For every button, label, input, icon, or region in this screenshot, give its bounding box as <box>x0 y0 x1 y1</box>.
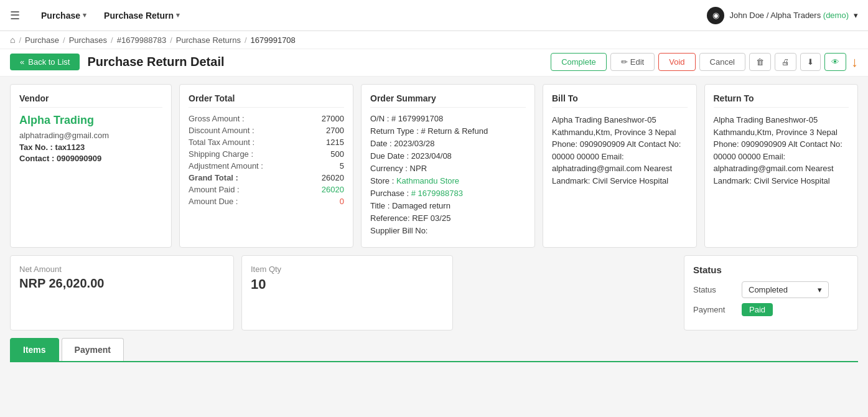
discount-row: Discount Amount : 2700 <box>189 126 344 135</box>
tabs-row: Items Payment <box>10 338 858 362</box>
vendor-contact: Contact : 0909090909 <box>19 154 162 163</box>
nav-purchase-label: Purchase <box>41 11 80 21</box>
payment-badge: Paid <box>742 303 773 316</box>
breadcrumb-purchase[interactable]: Purchase <box>25 35 59 45</box>
order-summary-card: Order Summary O/N : # 1679991708 Return … <box>361 84 535 248</box>
store-row: Store : Kathmandu Store <box>370 176 526 185</box>
bill-to-address: Alpha Trading Baneshwor-05 Kathmandu,Ktm… <box>552 114 688 187</box>
breadcrumb-purchase-returns[interactable]: Purchase Returns <box>176 35 241 45</box>
vendor-name: Alpha Trading <box>19 114 162 127</box>
purchase-value: # 1679988783 <box>411 189 463 198</box>
breadcrumb-return-id: 1679991708 <box>251 35 296 45</box>
tax-value: 1215 <box>326 138 344 147</box>
title-row: Title : Damaged return <box>370 201 526 210</box>
return-to-address: Alpha Trading Baneshwor-05 Kathmandu,Ktm… <box>714 114 849 187</box>
tax-row: Total Tax Amount : 1215 <box>189 138 344 147</box>
tab-items[interactable]: Items <box>10 338 59 361</box>
purchase-row: Purchase : # 1679988783 <box>370 189 526 198</box>
reference-value: REF 03/25 <box>412 213 450 223</box>
grand-total-label: Grand Total : <box>189 173 238 182</box>
nav-purchase-chevron: ▾ <box>83 11 86 19</box>
date-row: Date : 2023/03/28 <box>370 139 526 148</box>
store-label: Store : <box>370 176 394 185</box>
edit-button[interactable]: ✏ Edit <box>610 53 655 71</box>
void-button[interactable]: Void <box>658 53 695 71</box>
payment-field-label: Payment <box>693 305 737 314</box>
hamburger-icon[interactable]: ☰ <box>10 9 20 22</box>
return-to-card: Return To Alpha Trading Baneshwor-05 Kat… <box>704 84 859 248</box>
amount-due-row: Amount Due : 0 <box>189 197 344 206</box>
user-chevron: ▾ <box>854 11 858 20</box>
return-type-value: # Return & Refund <box>421 126 488 136</box>
reference-label: Reference: <box>370 213 410 223</box>
main-content: Vendor Alpha Trading alphatrading@gmail.… <box>0 77 868 370</box>
on-label: O/N : <box>370 114 389 123</box>
amount-paid-value: 26020 <box>322 185 344 194</box>
adjustment-row: Adjustment Amount : 5 <box>189 161 344 171</box>
user-text: John Doe / Alpha Traders (demo) <box>729 11 849 20</box>
currency-value: NPR <box>410 164 427 173</box>
status-card: Status Status Completed ▾ Payment Paid <box>684 255 858 330</box>
status-dropdown-value: Completed <box>749 285 788 294</box>
discount-label: Discount Amount : <box>189 126 254 135</box>
breadcrumb-order-id[interactable]: #1679988783 <box>117 35 167 45</box>
status-dropdown-chevron: ▾ <box>818 285 822 294</box>
nav-purchase[interactable]: Purchase ▾ <box>32 0 95 31</box>
vendor-contact-value: 0909090909 <box>57 154 101 163</box>
payment-field: Payment Paid <box>693 303 849 316</box>
title-label: Title : <box>370 201 390 210</box>
page-header: « Back to List Purchase Return Detail Co… <box>0 49 868 77</box>
tab-payment[interactable]: Payment <box>62 338 124 361</box>
status-title: Status <box>693 265 849 275</box>
shipping-value: 500 <box>330 149 344 159</box>
top-nav: ☰ Purchase ▾ Purchase Return ▾ ◉ John Do… <box>0 0 868 31</box>
vendor-card-header: Vendor <box>19 93 162 108</box>
order-summary-header: Order Summary <box>370 93 526 108</box>
gross-amount-row: Gross Amount : 27000 <box>189 114 344 123</box>
shipping-label: Shipping Charge : <box>189 149 253 159</box>
complete-button[interactable]: Complete <box>551 53 607 71</box>
status-field: Status Completed ▾ <box>693 281 849 298</box>
user-name: John Doe <box>729 11 764 20</box>
adjustment-value: 5 <box>340 161 344 171</box>
on-row: O/N : # 1679991708 <box>370 114 526 123</box>
due-date-row: Due Date : 2023/04/08 <box>370 151 526 161</box>
net-amount-label: Net Amount <box>19 265 225 274</box>
eye-button[interactable]: 👁 <box>824 53 846 71</box>
item-qty-value: 10 <box>251 276 444 293</box>
status-dropdown[interactable]: Completed ▾ <box>742 281 829 298</box>
order-total-header: Order Total <box>189 93 344 108</box>
bottom-row: Net Amount NRP 26,020.00 Item Qty 10 Sta… <box>10 255 858 330</box>
cancel-button[interactable]: Cancel <box>699 53 745 71</box>
user-menu[interactable]: ◉ John Doe / Alpha Traders (demo) ▾ <box>707 7 858 24</box>
title-value: Damaged return <box>392 201 450 210</box>
back-to-list-button[interactable]: « Back to List <box>10 54 80 70</box>
back-arrow-icon: « <box>20 57 24 67</box>
amount-paid-label: Amount Paid : <box>189 185 240 194</box>
adjustment-label: Adjustment Amount : <box>189 161 263 171</box>
vendor-contact-label: Contact : <box>19 154 54 163</box>
breadcrumb: ⌂ / Purchase / Purchases / #1679988783 /… <box>0 31 868 49</box>
net-amount-value: NRP 26,020.00 <box>19 276 225 291</box>
breadcrumb-purchases[interactable]: Purchases <box>69 35 107 45</box>
item-qty-card: Item Qty 10 <box>241 255 453 330</box>
shipping-row: Shipping Charge : 500 <box>189 149 344 159</box>
bottom-spacer <box>460 255 676 330</box>
delete-button[interactable]: 🗑 <box>749 53 771 71</box>
user-avatar: ◉ <box>707 7 724 24</box>
status-field-label: Status <box>693 285 737 294</box>
print-button[interactable]: 🖨 <box>775 53 796 71</box>
supplier-bill-label: Supplier Bill No: <box>370 226 428 235</box>
user-company: Alpha Traders <box>770 11 821 20</box>
return-to-header: Return To <box>714 93 849 108</box>
download-button[interactable]: ⬇ <box>800 53 821 71</box>
bill-to-card: Bill To Alpha Trading Baneshwor-05 Kathm… <box>543 84 697 248</box>
arrow-indicator: ↓ <box>851 54 858 70</box>
gross-amount-label: Gross Amount : <box>189 114 245 123</box>
purchase-label: Purchase : <box>370 189 409 198</box>
order-total-card: Order Total Gross Amount : 27000 Discoun… <box>179 84 353 248</box>
home-icon[interactable]: ⌂ <box>10 35 15 45</box>
nav-purchase-return-chevron: ▾ <box>176 11 180 19</box>
nav-purchase-return[interactable]: Purchase Return ▾ <box>95 0 189 31</box>
item-qty-label: Item Qty <box>251 265 444 274</box>
